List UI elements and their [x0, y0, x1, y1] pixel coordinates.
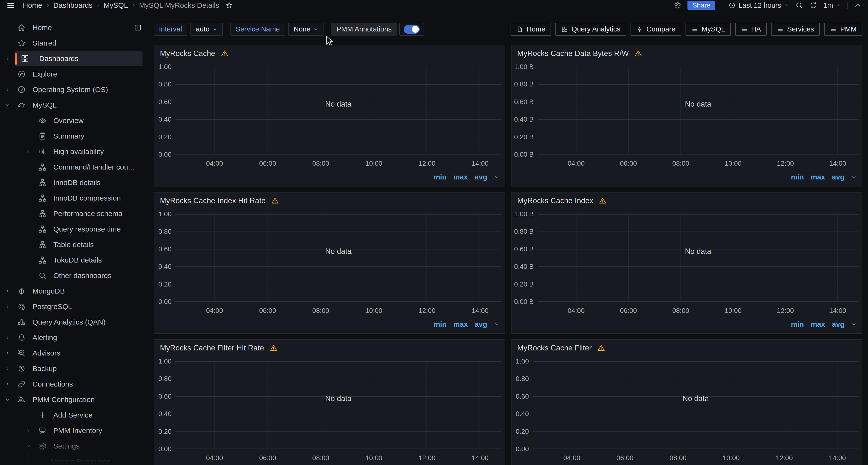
- chevron-right-icon[interactable]: [0, 87, 15, 93]
- pmm-annotations-toggle[interactable]: [399, 23, 424, 36]
- warning-icon[interactable]: [597, 344, 605, 352]
- link-query-analytics-button[interactable]: Query Analytics: [555, 23, 626, 36]
- link-home-button[interactable]: Home: [510, 23, 551, 36]
- sidebar-item-mysql[interactable]: MySQL: [0, 97, 148, 113]
- breadcrumb-home[interactable]: Home: [23, 1, 42, 9]
- sidebar-item-connections[interactable]: Connections: [0, 376, 148, 392]
- link-pmm-button[interactable]: PMM: [824, 23, 862, 36]
- legend-max[interactable]: max: [454, 173, 468, 181]
- time-range-picker[interactable]: Last 12 hours: [728, 1, 789, 9]
- panel-title[interactable]: MyRocks Cache Filter: [517, 344, 592, 353]
- interval-select[interactable]: auto: [190, 23, 222, 36]
- chevron-right-icon[interactable]: [21, 149, 36, 155]
- legend-min[interactable]: min: [791, 173, 804, 181]
- legend-min[interactable]: min: [434, 173, 446, 181]
- sidebar-item-metrics-resolution[interactable]: Metrics Resolution: [0, 454, 148, 465]
- link-services-button[interactable]: Services: [771, 23, 820, 36]
- chevron-down-icon[interactable]: [851, 174, 857, 180]
- legend-max[interactable]: max: [811, 320, 825, 328]
- legend-avg[interactable]: avg: [832, 320, 844, 328]
- sidebar-item-advisors[interactable]: Advisors: [0, 345, 148, 361]
- warning-icon[interactable]: [271, 197, 279, 205]
- zoom-out-icon[interactable]: [795, 1, 803, 9]
- sidebar-item-pmm-configuration[interactable]: PMM Configuration: [0, 392, 148, 407]
- chevron-down-icon[interactable]: [0, 397, 15, 402]
- sidebar-item-backup[interactable]: Backup: [0, 361, 148, 376]
- panel-legend: min max avg: [434, 173, 499, 181]
- dock-sidebar-icon[interactable]: [134, 24, 142, 32]
- legend-avg[interactable]: avg: [475, 320, 487, 328]
- sitemap-icon: [38, 209, 47, 218]
- refresh-interval-picker[interactable]: 1m: [824, 1, 841, 9]
- sidebar-item-postgresql[interactable]: PostgreSQL: [0, 299, 148, 314]
- sidebar-item-add-service[interactable]: Add Service: [0, 407, 148, 423]
- menu-toggle-icon[interactable]: [6, 1, 15, 10]
- apps-grid-icon: [20, 54, 30, 63]
- compass-icon: [17, 69, 26, 79]
- sidebar-item-table-details[interactable]: Table details: [0, 237, 148, 252]
- sidebar-item-query-analytics[interactable]: Query Analytics (QAN): [0, 314, 148, 330]
- warning-icon[interactable]: [220, 49, 229, 58]
- chevron-right-icon[interactable]: [21, 428, 36, 433]
- sidebar-item-tokudb-details[interactable]: TokuDB details: [0, 252, 148, 268]
- chevron-right-icon[interactable]: [0, 350, 15, 356]
- panel-title[interactable]: MyRocks Cache Filter Hit Rate: [160, 344, 264, 353]
- sidebar-item-starred[interactable]: Starred: [0, 35, 148, 51]
- dashboard-settings-gear-icon[interactable]: [674, 1, 681, 9]
- sidebar-item-innodb-details[interactable]: InnoDB details: [0, 175, 148, 190]
- chevron-down-icon[interactable]: [494, 322, 499, 327]
- panel-title[interactable]: MyRocks Cache: [160, 49, 215, 58]
- chevron-right-icon[interactable]: [0, 56, 15, 62]
- legend-max[interactable]: max: [811, 173, 825, 181]
- chevron-down-icon[interactable]: [494, 174, 499, 180]
- sidebar-item-mongodb[interactable]: MongoDB: [0, 284, 148, 299]
- sidebar-item-overview[interactable]: Overview: [0, 113, 148, 128]
- panel-title[interactable]: MyRocks Cache Index: [517, 196, 593, 205]
- panel-title[interactable]: MyRocks Cache Data Bytes R/W: [517, 49, 629, 58]
- sidebar-item-explore[interactable]: Explore: [0, 66, 148, 82]
- sidebar-item-operating-system[interactable]: Operating System (OS): [0, 82, 148, 97]
- link-mysql-button[interactable]: MySQL: [685, 23, 731, 36]
- share-button[interactable]: Share: [687, 1, 715, 10]
- top-bar: Home Dashboards MySQL MySQL MyRocks Deta…: [0, 0, 868, 11]
- sidebar-item-home[interactable]: Home: [0, 20, 148, 35]
- sidebar-item-dashboards[interactable]: Dashboards: [0, 51, 148, 66]
- collapse-chevron-up-icon[interactable]: [854, 1, 862, 9]
- link-compare-button[interactable]: Compare: [630, 23, 681, 36]
- sidebar-item-high-availability[interactable]: High availability: [0, 144, 148, 159]
- chevron-down-icon[interactable]: [851, 322, 857, 327]
- chevron-down-icon[interactable]: [0, 102, 15, 108]
- sidebar-item-command-handler-counters[interactable]: Command/Handler cou...: [0, 159, 148, 175]
- sidebar-item-other-dashboards[interactable]: Other dashboards: [0, 268, 148, 284]
- chevron-right-icon[interactable]: [0, 288, 15, 294]
- panel-title[interactable]: MyRocks Cache Index Hit Rate: [160, 196, 266, 205]
- service-name-select[interactable]: None: [288, 23, 323, 36]
- breadcrumb-mysql[interactable]: MySQL: [104, 1, 128, 9]
- sidebar-item-summary[interactable]: Summary: [0, 128, 148, 144]
- sidebar-item-alerting[interactable]: Alerting: [0, 330, 148, 345]
- legend-min[interactable]: min: [791, 320, 804, 328]
- sidebar-item-innodb-compression[interactable]: InnoDB compression: [0, 190, 148, 206]
- legend-avg[interactable]: avg: [832, 173, 844, 181]
- sidebar-item-performance-schema[interactable]: Performance schema: [0, 206, 148, 221]
- legend-avg[interactable]: avg: [475, 173, 487, 181]
- chevron-right-icon[interactable]: [0, 304, 15, 309]
- legend-min[interactable]: min: [434, 320, 446, 328]
- legend-max[interactable]: max: [454, 320, 468, 328]
- sidebar-item-pmm-inventory[interactable]: PMM Inventory: [0, 423, 148, 438]
- breadcrumb-dashboards[interactable]: Dashboards: [53, 1, 93, 9]
- chevron-right-icon[interactable]: [0, 335, 15, 340]
- favorite-star-icon[interactable]: [225, 1, 233, 9]
- chevron-right-icon[interactable]: [0, 381, 15, 387]
- panel-legend: min max avg: [434, 320, 499, 328]
- chevron-right-icon[interactable]: [0, 366, 15, 371]
- sidebar-item-settings[interactable]: Settings: [0, 438, 148, 454]
- menu-icon: [691, 26, 698, 33]
- link-ha-button[interactable]: HA: [735, 23, 767, 36]
- warning-icon[interactable]: [598, 197, 607, 205]
- chevron-down-icon[interactable]: [21, 443, 36, 449]
- warning-icon[interactable]: [270, 344, 278, 352]
- sidebar-item-query-response-time[interactable]: Query response time: [0, 221, 148, 237]
- refresh-button[interactable]: [809, 1, 817, 9]
- warning-icon[interactable]: [634, 49, 642, 58]
